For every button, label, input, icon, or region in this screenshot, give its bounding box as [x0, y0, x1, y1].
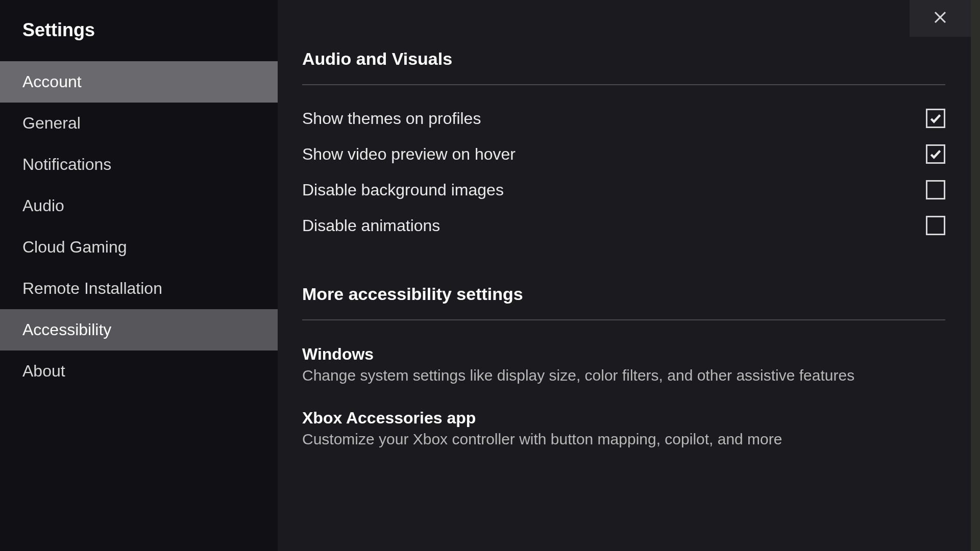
- section-header-audio-visuals: Audio and Visuals: [302, 49, 945, 85]
- sidebar-item-about[interactable]: About: [0, 350, 278, 392]
- check-icon: [929, 147, 942, 161]
- content: Audio and Visuals Show themes on profile…: [302, 49, 945, 463]
- section-header-more-accessibility: More accessibility settings: [302, 284, 945, 320]
- checkbox-disable-anim[interactable]: [926, 216, 945, 235]
- spacer: [302, 243, 945, 284]
- check-icon: [929, 112, 942, 125]
- setting-row-video-preview[interactable]: Show video preview on hover: [302, 136, 945, 172]
- link-item-xbox-accessories[interactable]: Xbox Accessories app Customize your Xbox…: [302, 399, 945, 463]
- sidebar-item-label: Remote Installation: [22, 279, 162, 297]
- link-desc: Change system settings like display size…: [302, 367, 945, 384]
- sidebar-item-label: Notifications: [22, 155, 111, 173]
- link-title: Windows: [302, 345, 945, 364]
- setting-label: Disable animations: [302, 216, 440, 235]
- close-button[interactable]: [910, 0, 971, 37]
- sidebar-item-general[interactable]: General: [0, 103, 278, 144]
- sidebar-item-label: Audio: [22, 196, 64, 215]
- sidebar-item-accessibility[interactable]: Accessibility: [0, 309, 278, 350]
- setting-row-disable-bg[interactable]: Disable background images: [302, 172, 945, 208]
- sidebar-item-remote-installation[interactable]: Remote Installation: [0, 268, 278, 309]
- sidebar-item-label: Cloud Gaming: [22, 238, 127, 256]
- sidebar: Settings Account General Notifications A…: [0, 0, 278, 551]
- sidebar-item-label: About: [22, 362, 65, 380]
- sidebar-item-label: General: [22, 114, 81, 132]
- background-sliver: [971, 0, 980, 551]
- link-item-windows[interactable]: Windows Change system settings like disp…: [302, 336, 945, 399]
- checkbox-disable-bg[interactable]: [926, 180, 945, 199]
- sidebar-item-label: Accessibility: [22, 320, 111, 339]
- setting-label: Disable background images: [302, 181, 504, 199]
- setting-row-disable-anim[interactable]: Disable animations: [302, 208, 945, 243]
- main-panel: Audio and Visuals Show themes on profile…: [278, 0, 980, 551]
- sidebar-item-account[interactable]: Account: [0, 61, 278, 103]
- setting-label: Show themes on profiles: [302, 109, 481, 128]
- link-desc: Customize your Xbox controller with butt…: [302, 431, 945, 448]
- setting-label: Show video preview on hover: [302, 145, 516, 164]
- setting-row-show-themes[interactable]: Show themes on profiles: [302, 101, 945, 136]
- settings-title: Settings: [0, 13, 278, 61]
- close-icon: [933, 10, 948, 27]
- sidebar-item-audio[interactable]: Audio: [0, 185, 278, 227]
- sidebar-item-notifications[interactable]: Notifications: [0, 144, 278, 185]
- link-title: Xbox Accessories app: [302, 409, 945, 428]
- sidebar-item-cloud-gaming[interactable]: Cloud Gaming: [0, 227, 278, 268]
- checkbox-video-preview[interactable]: [926, 144, 945, 164]
- sidebar-item-label: Account: [22, 72, 82, 91]
- checkbox-show-themes[interactable]: [926, 109, 945, 128]
